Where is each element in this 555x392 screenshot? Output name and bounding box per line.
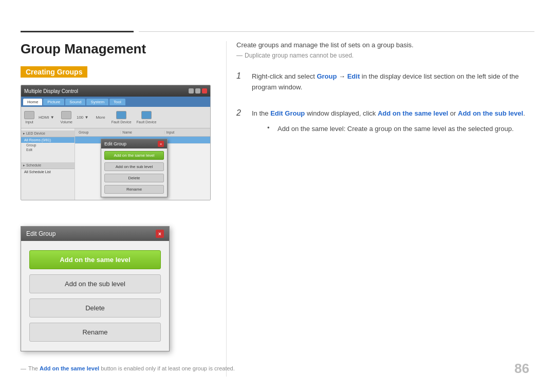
dialog-close-button[interactable]: × <box>156 230 164 238</box>
page-number: 86 <box>514 361 529 377</box>
mockup-tb-input: Input <box>24 111 34 124</box>
mockup-tab-tool: Tool <box>109 99 125 105</box>
note-dash: ― <box>236 52 243 59</box>
add-sub-link: Add on the sub level <box>458 109 523 117</box>
mockup-title-text: Multiple Display Control <box>24 88 78 94</box>
mockup-tb-fault-alert: Fault Device <box>137 111 157 124</box>
bottom-note-dash: ― <box>21 365 26 371</box>
instruction-1-text: Right-click and select Group → Edit in t… <box>252 71 534 93</box>
mockup-overlay-title-text: Edit Group <box>104 141 126 146</box>
mockup-main: Group Name Input HDMI 2 Edit Group × Add… <box>75 128 210 200</box>
bottom-note-link: Add on the same level <box>40 365 99 371</box>
instruction-1-number: 1 <box>236 71 245 81</box>
mockup-th-group: Group <box>77 130 121 134</box>
note-content: Duplicate group names cannot be used. <box>245 52 354 59</box>
mockup-overlay-delete: Delete <box>104 174 164 182</box>
mockup-sidebar-edit: Edit <box>21 147 75 152</box>
instruction-2: 2 In the Edit Group window displayed, cl… <box>236 108 534 135</box>
intro-text: Create groups and manage the list of set… <box>236 41 534 49</box>
mockup-tab-home: Home <box>23 99 42 105</box>
mockup-tb-volume: Volume <box>61 111 72 124</box>
mockup-tabs: Home Picture Sound System Tool <box>21 97 210 107</box>
mockup-titlebar: Multiple Display Control <box>21 85 210 97</box>
section-divider <box>226 41 227 377</box>
arrow-symbol: → <box>337 72 347 80</box>
edit-link: Edit <box>347 72 360 80</box>
edit-group-dialog: Edit Group × Add on the same level Add o… <box>21 226 170 351</box>
delete-button[interactable]: Delete <box>29 298 161 318</box>
mockup-overlay-add-sub: Add on the sub level <box>104 162 164 171</box>
mockup-tab-system: System <box>86 99 108 105</box>
page-title: Group Management <box>21 41 226 57</box>
mockup-tb-volume-icon <box>61 111 71 119</box>
group-link: Group <box>317 72 337 80</box>
instruction-2-content: In the Edit Group window displayed, clic… <box>252 108 525 135</box>
mockup-sidebar-schedule-list: All Schedule List <box>21 169 75 175</box>
mockup-tab-sound: Sound <box>65 99 85 105</box>
mockup-th-input: Input <box>165 130 208 134</box>
bullet-add-same-link: Add on the same level <box>278 125 344 133</box>
note-text: ― Duplicate group names cannot be used. <box>236 52 534 59</box>
top-decorative-lines <box>0 31 555 32</box>
mockup-sidebar-section-led: ▸ LED Device <box>21 130 75 137</box>
mockup-sidebar: ▸ LED Device All Rooms (0/81) Group Edit… <box>21 128 75 200</box>
section-badge: Creating Groups <box>21 66 87 78</box>
bullet-item-1: • Add on the same level: Create a group … <box>267 124 525 135</box>
mockup-toolbar: Input HDMI ▼ Volume 100 ▼ More Fault Dev… <box>21 107 210 128</box>
add-same-level-button[interactable]: Add on the same level <box>29 250 161 269</box>
mockup-tb-fault-icon <box>116 111 126 119</box>
mockup-edit-group-overlay: Edit Group × Add on the same level Add o… <box>101 139 168 197</box>
mockup-td-input: 2 <box>164 138 208 142</box>
mockup-titlebar-buttons <box>189 88 207 94</box>
left-column: Group Management Creating Groups Multipl… <box>21 41 226 210</box>
instruction-1: 1 Right-click and select Group → Edit in… <box>236 71 534 93</box>
bottom-note: ― The Add on the same level button is en… <box>21 365 534 371</box>
mockup-th-name: Name <box>121 130 164 134</box>
mockup-table-header: Group Name Input <box>75 128 210 137</box>
right-column: Create groups and manage the list of set… <box>236 41 534 150</box>
add-sub-level-button[interactable]: Add on the sub level <box>29 274 161 293</box>
edit-group-link: Edit Group <box>270 109 305 117</box>
mockup-body: ▸ LED Device All Rooms (0/81) Group Edit… <box>21 128 210 200</box>
mockup-sidebar-group: Group <box>21 143 75 147</box>
dialog-body: Add on the same level Add on the sub lev… <box>21 241 169 351</box>
mockup-overlay-close-icon: × <box>158 141 164 147</box>
mockup-maximize-btn <box>195 88 200 94</box>
mockup-tb-alert-icon <box>141 111 152 119</box>
ui-mockup-screenshot: Multiple Display Control Home Picture So… <box>21 85 211 200</box>
mockup-sidebar-all-rooms: All Rooms (0/81) <box>21 137 75 143</box>
add-same-link: Add on the same level <box>378 109 448 117</box>
mockup-tb-input-icon <box>24 111 34 119</box>
instruction-2-text: In the Edit Group window displayed, clic… <box>252 108 525 119</box>
bottom-note-text: The Add on the same level button is enab… <box>28 365 235 371</box>
mockup-tb-fault-device: Fault Device <box>112 111 132 124</box>
mockup-overlay-title: Edit Group × <box>101 139 167 148</box>
rename-button[interactable]: Rename <box>29 323 161 342</box>
mockup-close-btn <box>202 88 207 94</box>
dialog-titlebar: Edit Group × <box>21 227 169 241</box>
mockup-minimize-btn <box>189 88 194 94</box>
mockup-overlay-rename: Rename <box>104 185 164 194</box>
mockup-overlay-add-same: Add on the same level <box>104 151 164 160</box>
mockup-tab-picture: Picture <box>43 99 64 105</box>
bullet-dot: • <box>267 124 272 132</box>
mockup-sidebar-section-schedule: ▸ Schedule <box>21 162 75 169</box>
top-line-light <box>139 31 534 32</box>
top-line-dark <box>21 31 134 32</box>
dialog-title-text: Edit Group <box>26 230 55 237</box>
instruction-2-number: 2 <box>236 108 245 118</box>
bullet-text: Add on the same level: Create a group on… <box>278 124 514 135</box>
